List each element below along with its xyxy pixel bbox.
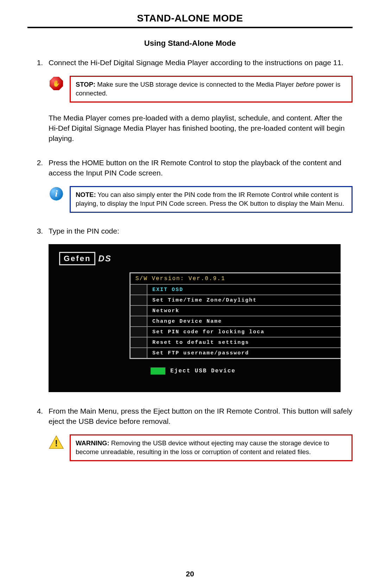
- osd-row-icon: [131, 306, 147, 316]
- osd-row-label: Change Device Name: [147, 316, 341, 326]
- osd-row-network: Network: [131, 305, 341, 316]
- osd-row-label: Set FTP username/password: [147, 348, 341, 358]
- stop-box: STOP: Make sure the USB storage device i…: [70, 76, 353, 103]
- osd-screenshot: Gefen DS S/W Version: Ver.0.9.1 EXIT OSD…: [49, 244, 341, 392]
- step-1: Connect the Hi-Def Digital Signage Media…: [45, 58, 353, 68]
- warning-box: WARNING: Removing the USB device without…: [70, 434, 353, 461]
- osd-row-icon: [131, 338, 147, 347]
- page-number: 20: [0, 570, 380, 578]
- step-3-text: Type in the PIN code:: [49, 227, 119, 235]
- stop-icon: ✋: [49, 76, 64, 91]
- osd-row-reset: Reset to default settings: [131, 337, 341, 347]
- svg-text:!: !: [55, 438, 58, 448]
- step-4-text: From the Main Menu, press the Eject butt…: [49, 407, 352, 425]
- step-3: Type in the PIN code:: [45, 226, 353, 236]
- osd-eject: Eject USB Device: [151, 367, 236, 375]
- info-icon: i: [49, 186, 64, 202]
- osd-version: S/W Version: Ver.0.9.1: [131, 273, 341, 284]
- osd-panel: S/W Version: Ver.0.9.1 EXIT OSD Set Time…: [129, 272, 341, 359]
- step-1-paragraph: The Media Player comes pre-loaded with a…: [49, 113, 353, 144]
- osd-row-time: Set Time/Time Zone/Daylight: [131, 295, 341, 305]
- note-box: NOTE: You can also simply enter the PIN …: [70, 186, 353, 213]
- osd-row-icon: [131, 327, 147, 337]
- warning-label: WARNING:: [76, 439, 109, 447]
- osd-row-icon: [131, 285, 147, 295]
- osd-row-pin: Set PIN code for locking loca: [131, 326, 341, 337]
- stop-callout: ✋ STOP: Make sure the USB storage device…: [49, 76, 353, 103]
- warning-icon: !: [49, 434, 64, 450]
- osd-logo-sub: DS: [98, 254, 111, 264]
- osd-row-label: Network: [147, 306, 341, 316]
- step-2-text: Press the HOME button on the IR Remote C…: [49, 159, 341, 177]
- osd-row-icon: [131, 295, 147, 305]
- osd-logo: Gefen DS: [59, 252, 112, 265]
- osd-row-icon: [131, 348, 147, 358]
- step-4: From the Main Menu, press the Eject butt…: [45, 406, 353, 427]
- page-title: STAND-ALONE MODE: [27, 13, 353, 24]
- title-rule: [27, 27, 353, 28]
- step-1-text: Connect the Hi-Def Digital Signage Media…: [49, 58, 343, 67]
- osd-row-devname: Change Device Name: [131, 316, 341, 326]
- osd-row-label: Reset to default settings: [147, 338, 341, 347]
- stop-label: STOP:: [76, 81, 95, 88]
- osd-logo-main: Gefen: [59, 252, 95, 265]
- note-text: You can also simply enter the PIN code f…: [76, 191, 344, 207]
- osd-row-label: Set Time/Time Zone/Daylight: [147, 295, 341, 305]
- stop-italic: before: [296, 81, 314, 88]
- osd-row-label: EXIT OSD: [147, 285, 341, 295]
- osd-row-label: Set PIN code for locking loca: [147, 327, 341, 337]
- osd-row-exit: EXIT OSD: [131, 284, 341, 295]
- note-callout: i NOTE: You can also simply enter the PI…: [49, 186, 353, 213]
- step-2: Press the HOME button on the IR Remote C…: [45, 158, 353, 178]
- note-label: NOTE:: [76, 191, 96, 198]
- warning-callout: ! WARNING: Removing the USB device witho…: [49, 434, 353, 461]
- warning-text: Removing the USB device without ejecting…: [76, 439, 329, 456]
- steps-list-2: Press the HOME button on the IR Remote C…: [27, 158, 353, 178]
- osd-eject-indicator: [151, 367, 165, 375]
- steps-list-4: From the Main Menu, press the Eject butt…: [27, 406, 353, 427]
- osd-row-icon: [131, 316, 147, 326]
- steps-list: Connect the Hi-Def Digital Signage Media…: [27, 58, 353, 68]
- osd-row-ftp: Set FTP username/password: [131, 347, 341, 358]
- steps-list-3: Type in the PIN code:: [27, 226, 353, 236]
- stop-text-a: Make sure the USB storage device is conn…: [95, 81, 296, 88]
- section-title: Using Stand-Alone Mode: [27, 39, 353, 48]
- osd-eject-label: Eject USB Device: [170, 368, 236, 374]
